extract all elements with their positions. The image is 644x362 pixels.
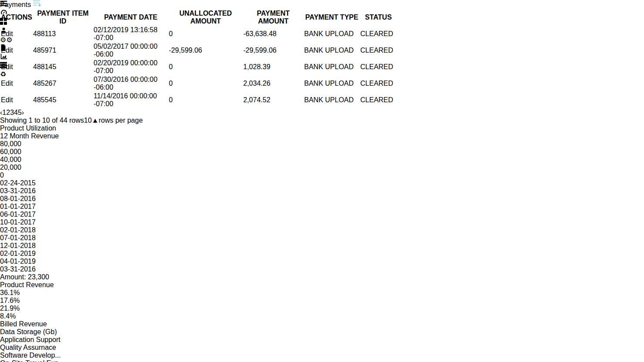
x-tick-label: 08-01-2016 [0,195,644,203]
sidebar-item-documents[interactable] [0,44,20,53]
legend-item[interactable]: Billed Revenue [0,320,644,328]
dashboard-main: Payments ACTIONSPAYMENT ITEM IDPAYMENT D… [0,0,644,362]
slice-percent-label: 36.1% [0,289,644,297]
payment-date-cell: 02/12/2019 13:16:58 -07:00 [94,26,168,42]
unallocated-amount-cell: 0 [169,26,242,42]
payment-date-cell: 02/20/2019 00:00:00 -07:00 [94,59,168,75]
legend-item[interactable]: Application Support [0,336,644,344]
tooltip-date: 03-31-2016 [0,265,644,273]
x-tick-label: 07-01-2018 [0,234,644,242]
sidebar-item-settings[interactable]: ⚙⚙ [0,36,20,44]
x-tick-label: 02-24-2015 [0,179,644,187]
payment-type-cell: BANK UPLOAD [304,59,359,75]
legend-item[interactable]: Data Storage (Gb) [0,328,644,336]
product-utilization-panel: Product Utilization 12 Month Revenue 80,… [0,124,644,362]
legend-item[interactable]: Quality Assurnace [0,344,644,352]
product-utilization-title: Product Utilization [0,124,644,132]
payment-item-id-cell: 488113 [33,26,93,42]
unallocated-amount-cell: 0 [169,76,242,91]
payment-amount-cell: -63,638.48 [243,26,303,42]
payment-item-id-cell: 485971 [33,43,93,58]
document-icon [0,45,7,53]
payment-type-cell: BANK UPLOAD [304,92,359,108]
recycle-icon[interactable]: ♻ [0,70,20,78]
table-row: Edit48597105/02/2017 00:00:00 -06:00-29,… [1,43,396,58]
bar-chart-title: 12 Month Revenue [0,132,644,140]
column-header: PAYMENT AMOUNT [243,10,303,25]
charts-row: 12 Month Revenue 80,00060,00040,00020,00… [0,132,644,362]
payment-amount-cell: 2,074.52 [243,92,303,108]
slice-percent-label: 8.4% [0,312,644,320]
rows-per-page-select[interactable]: 10▲ [84,117,99,124]
payment-date-cell: 11/14/2016 00:00:00 -07:00 [94,92,168,108]
unallocated-amount-cell: 0 [169,59,242,75]
legend-item[interactable]: On-Site Travel Exp... [0,359,644,362]
status-cell: CLEARED [360,26,396,42]
payment-date-cell: 07/30/2016 00:00:00 -06:00 [94,76,168,91]
slice-percent-label: 21.9% [0,305,644,312]
revenue-bar-chart: 12 Month Revenue 80,00060,00040,00020,00… [0,132,644,281]
column-header: STATUS [360,10,396,25]
status-cell: CLEARED [360,59,396,75]
sidebar-item-account[interactable] [0,27,20,36]
payment-item-id-cell: 485545 [33,92,93,108]
status-cell: CLEARED [360,76,396,91]
payments-table: ACTIONSPAYMENT ITEM IDPAYMENT DATEUNALLO… [0,9,397,109]
server-icon [0,62,7,70]
x-tick-label: 04-01-2019 [0,258,644,265]
grid-icon [0,19,7,26]
menu-icon [0,1,7,8]
column-header: PAYMENT DATE [94,10,168,25]
payment-item-id-cell: 488145 [33,59,93,75]
sidebar-item-billing[interactable] [0,62,20,70]
column-header: UNALLOCATED AMOUNT [169,10,242,25]
product-revenue-donut: Product Revenue 36.1%17.6%21.9%8.4% [0,281,644,320]
payment-type-cell: BANK UPLOAD [304,43,359,58]
person-icon [0,28,7,35]
sidebar-item-reports[interactable] [0,53,20,62]
unallocated-amount-cell: 0 [169,92,242,108]
y-tick-label: 40,000 [0,156,644,164]
table-row: Edit48811302/12/2019 13:16:58 -07:000-63… [1,26,396,42]
payment-type-cell: BANK UPLOAD [304,26,359,42]
x-tick-label: 10-01-2017 [0,218,644,226]
rows-per-page-label: rows per page [99,117,143,124]
sidebar-item-dashboard[interactable] [0,9,20,18]
status-cell: CLEARED [360,43,396,58]
column-header: PAYMENT ITEM ID [33,10,93,25]
slice-percent-label: 17.6% [0,297,644,305]
donut-legend: Billed RevenueData Storage (Gb)Applicati… [0,320,644,362]
payment-item-id-cell: 485267 [33,76,93,91]
table-row: Edit48814502/20/2019 00:00:00 -07:0001,0… [1,59,396,75]
dashboard-gauge-icon [0,10,8,17]
pager-buttons: ‹12345› [0,109,644,117]
payments-pagination: ‹12345›Showing 1 to 10 of 44 rows10▲rows… [0,109,644,124]
payments-header: Payments [0,0,644,9]
payments-panel: Payments ACTIONSPAYMENT ITEM IDPAYMENT D… [0,0,644,124]
sidebar-item-menu[interactable] [0,0,20,9]
donut-title: Product Revenue [0,281,644,289]
table-row: Edit48554511/14/2016 00:00:00 -07:0002,0… [1,92,396,108]
bar-chart-x-labels: 02-24-201503-31-201608-01-201601-01-2017… [0,179,644,265]
bar-chart-grid: 80,00060,00040,00020,0000 [0,140,644,179]
unallocated-amount-cell: -29,599.06 [169,43,242,58]
add-to-list-icon[interactable] [33,1,42,8]
x-tick-label: 06-01-2017 [0,211,644,218]
area-chart-icon [0,54,7,61]
y-tick-label: 60,000 [0,148,644,156]
next-page-button[interactable]: › [22,109,24,116]
y-tick-label: 20,000 [0,164,644,171]
y-tick-label: 0 [0,171,644,179]
status-cell: CLEARED [360,92,396,108]
payment-date-cell: 05/02/2017 00:00:00 -06:00 [94,43,168,58]
x-tick-label: 12-01-2018 [0,242,644,250]
bar-tooltip: 03-31-2016 Amount: 23,300 [0,265,644,281]
gears-icon: ⚙⚙ [0,36,13,44]
x-tick-label: 02-01-2019 [0,250,644,258]
y-tick-label: 80,000 [0,140,644,148]
sidebar-item-apps[interactable] [0,18,20,27]
x-tick-label: 01-01-2017 [0,203,644,211]
payment-amount-cell: 2,034.26 [243,76,303,91]
sidebar: ⚙⚙ ♻ [0,0,20,362]
legend-item[interactable]: Software Develop... [0,352,644,359]
